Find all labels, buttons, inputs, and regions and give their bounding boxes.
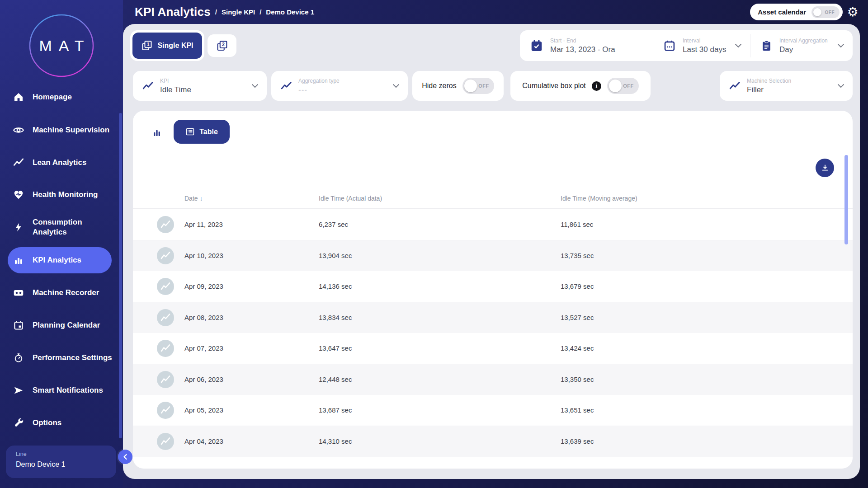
aggregation-line-icon [280, 80, 292, 92]
download-button[interactable] [816, 159, 834, 177]
kpi-selector[interactable]: KPI Idle Time [133, 71, 267, 101]
chevron-down-icon [251, 84, 259, 88]
settings-gear-icon[interactable]: ⚙ [844, 3, 861, 21]
table-row: Apr 06, 2023 12,448 sec 13,350 sec [133, 364, 853, 395]
toggle-knob [609, 80, 622, 92]
cumulative-box-plot-label: Cumulative box plot [522, 82, 586, 90]
interval-label: Interval [683, 38, 726, 44]
row-avatar [157, 371, 174, 388]
bolt-icon [13, 221, 24, 233]
eye-icon [13, 124, 24, 136]
sidebar-collapse-button[interactable] [118, 450, 132, 464]
sidebar-item-lean-analytics[interactable]: Lean Analytics [0, 155, 123, 170]
sidebar-item-performance-settings[interactable]: Performance Settings [0, 346, 123, 370]
cell-actual: 13,834 sec [319, 302, 352, 333]
asset-calendar-label: Asset calendar [758, 8, 806, 16]
row-avatar [157, 340, 174, 357]
multi-kpi-button[interactable]: 2 [208, 34, 236, 57]
breadcrumb-single-kpi[interactable]: Single KPI [222, 8, 255, 16]
table-row: Apr 08, 2023 13,834 sec 13,527 sec [133, 302, 853, 333]
cumulative-box-plot-toggle[interactable]: OFF [607, 78, 639, 94]
sidebar-item-kpi-analytics[interactable]: KPI Analytics [8, 247, 112, 273]
app-logo: MAT [29, 14, 94, 77]
interval-aggregation-selector[interactable]: Interval Aggregation Day [750, 30, 853, 61]
cell-date: Apr 11, 2023 [184, 209, 223, 240]
sidebar-item-label: Lean Analytics [33, 158, 113, 168]
sidebar-item-consumption-analytics[interactable]: Consumption Analytics [0, 216, 123, 239]
machine-selection-label: Machine Selection [747, 78, 791, 84]
table-row: Apr 11, 2023 6,237 sec 11,861 sec [133, 209, 853, 240]
toggle-knob [464, 80, 477, 92]
cell-date: Apr 06, 2023 [184, 364, 223, 395]
sidebar-item-label: Performance Settings [33, 353, 113, 363]
sidebar-item-label: KPI Analytics [33, 255, 112, 265]
info-icon[interactable]: i [592, 81, 601, 91]
sidebar-item-homepage[interactable]: Homepage [0, 89, 123, 105]
aggregation-type-selector[interactable]: Aggregation type --- [271, 71, 408, 101]
machine-selection-selector[interactable]: Machine Selection Filler [720, 71, 853, 101]
column-header-actual: Idle Time (Actual data) [319, 195, 382, 202]
single-kpi-icon: 1 [141, 40, 153, 52]
sidebar-item-smart-notifications[interactable]: Smart Notifications [0, 379, 123, 402]
breadcrumb-separator: / [215, 8, 217, 16]
chevron-down-icon [837, 84, 844, 88]
asset-calendar-toggle[interactable]: OFF [811, 6, 840, 18]
sidebar-item-options[interactable]: Options [0, 415, 123, 431]
single-kpi-button[interactable]: 1 Single KPI [132, 33, 202, 59]
sidebar-item-label: Machine Supervision [33, 125, 113, 135]
interval-selector[interactable]: Interval Last 30 days [653, 30, 750, 61]
sidebar-item-health-monitoring[interactable]: Health Monitoring [0, 187, 123, 202]
table-scrollbar[interactable] [844, 155, 848, 244]
row-avatar [157, 278, 174, 295]
sidebar-scrollbar[interactable] [119, 113, 122, 438]
sidebar-item-machine-recorder[interactable]: Machine Recorder [0, 285, 123, 300]
hide-zeros-toggle[interactable]: OFF [462, 78, 494, 94]
asset-calendar-pill[interactable]: Asset calendar OFF [750, 4, 843, 20]
date-range-selector[interactable]: Start - End Mar 13, 2023 - Ora [520, 30, 653, 61]
calendar-dots-icon [663, 39, 676, 52]
trend-line-icon [13, 157, 24, 169]
hide-zeros-card: Hide zeros OFF [412, 71, 504, 101]
bar-chart-icon [13, 254, 24, 266]
table-view-button[interactable]: Table [174, 120, 230, 144]
cell-moving: 13,350 sec [561, 364, 594, 395]
cell-actual: 13,647 sec [319, 333, 352, 364]
svg-text:1: 1 [147, 42, 150, 47]
cell-actual: 12,448 sec [319, 364, 352, 395]
sidebar-item-planning-calendar[interactable]: Planning Calendar [0, 314, 123, 337]
page-title: KPI Analytics [135, 5, 211, 19]
calendar-check-icon [530, 39, 543, 52]
row-avatar [157, 433, 174, 450]
heart-pulse-icon [13, 189, 24, 201]
table-row: Apr 04, 2023 14,310 sec 13,639 sec [133, 426, 853, 457]
recorder-icon [13, 287, 24, 299]
toggle-state: OFF [825, 9, 835, 14]
column-header-date[interactable]: Date ↓ [184, 195, 203, 202]
aggregation-type-label: Aggregation type [298, 78, 340, 84]
sidebar: MAT Homepage Machine Supervision Lean An… [0, 0, 123, 488]
time-selectors-card: Start - End Mar 13, 2023 - Ora Interval … [520, 30, 853, 61]
cell-date: Apr 07, 2023 [184, 333, 223, 364]
row-avatar [157, 247, 174, 264]
chart-view-button[interactable] [149, 125, 165, 141]
logo-text: MAT [29, 14, 94, 77]
device-type-label: Line [16, 451, 106, 457]
breadcrumb-separator: / [259, 8, 261, 16]
cell-moving: 13,735 sec [561, 240, 594, 272]
toggle-state: OFF [478, 83, 489, 89]
table-row: Apr 07, 2023 13,647 sec 13,424 sec [133, 333, 853, 364]
breadcrumb: KPI Analytics / Single KPI / Demo Device… [135, 0, 314, 24]
cell-actual: 6,237 sec [319, 209, 348, 240]
wrench-icon [13, 417, 24, 429]
hide-zeros-label: Hide zeros [422, 82, 456, 90]
cell-date: Apr 08, 2023 [184, 302, 223, 333]
sort-desc-icon: ↓ [199, 195, 203, 202]
cumulative-box-plot-card: Cumulative box plot i OFF [510, 71, 651, 101]
chevron-left-icon [123, 454, 127, 460]
column-header-moving: Idle Time (Moving average) [561, 195, 637, 202]
sidebar-item-label: Consumption Analytics [33, 217, 113, 237]
svg-text:2: 2 [222, 42, 225, 47]
breadcrumb-demo-device[interactable]: Demo Device 1 [266, 8, 314, 16]
sidebar-item-label: Planning Calendar [33, 320, 113, 330]
sidebar-item-machine-supervision[interactable]: Machine Supervision [0, 118, 123, 142]
